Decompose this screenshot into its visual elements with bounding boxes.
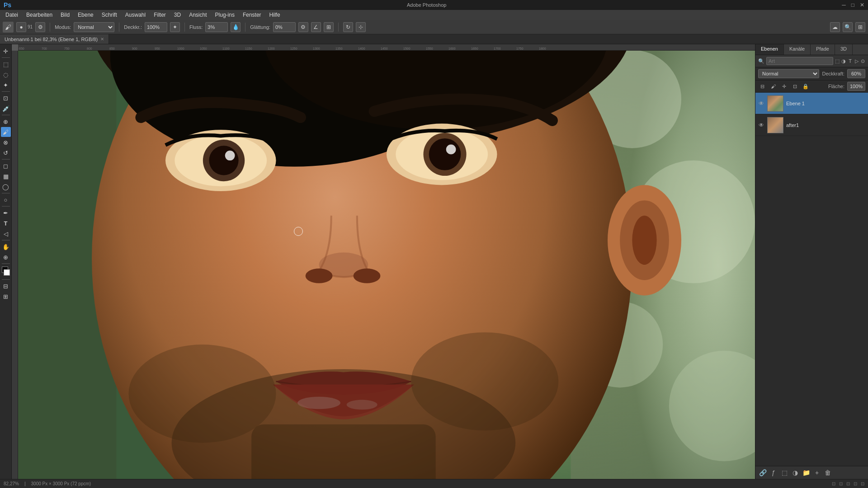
brush-size-value: 91: [28, 24, 33, 29]
menu-3d[interactable]: 3D: [170, 11, 184, 19]
airbrush-icon[interactable]: ✦: [170, 22, 180, 32]
filter-smart-btn[interactable]: ⊙: [861, 57, 865, 65]
glaettung-input[interactable]: [273, 22, 296, 32]
lock-move-btn[interactable]: ✛: [780, 82, 788, 90]
layer-item-after1[interactable]: 👁 after1: [755, 114, 868, 136]
glaettung-settings-btn[interactable]: ⚙: [298, 22, 308, 32]
filter-text-btn[interactable]: T: [848, 57, 852, 65]
eraser-btn[interactable]: ◻: [1, 161, 11, 171]
minimize-button[interactable]: ─: [842, 2, 846, 8]
title-bar-right[interactable]: ─ □ ✕: [842, 2, 864, 8]
modus-select[interactable]: Normal Auflösen Abdunkeln Multiplizieren: [74, 22, 114, 32]
eyedropper-btn[interactable]: 💉: [1, 103, 11, 113]
tab-3d[interactable]: 3D: [835, 44, 853, 55]
zoom-btn[interactable]: ⊕: [1, 252, 11, 262]
maximize-button[interactable]: □: [851, 2, 854, 8]
delete-layer-btn[interactable]: 🗑: [823, 468, 832, 477]
pressure-icon[interactable]: 💧: [231, 22, 241, 32]
rect-select-btn[interactable]: ⬚: [1, 59, 11, 69]
extra-btn[interactable]: ⊹: [356, 22, 366, 32]
filter-shape-btn[interactable]: ▷: [854, 57, 859, 65]
menu-auswahl[interactable]: Auswahl: [122, 11, 149, 19]
ruler-mark-1400: 1400: [357, 47, 380, 50]
menu-ebene[interactable]: Ebene: [74, 11, 97, 19]
magic-wand-btn[interactable]: ✦: [1, 80, 11, 90]
status-separator: |: [24, 481, 26, 486]
symmetry-btn[interactable]: ⊞: [324, 22, 334, 32]
ruler-mark-1100: 1100: [222, 47, 244, 50]
dodge-btn[interactable]: ○: [1, 195, 11, 205]
deckkraft-input[interactable]: [145, 22, 167, 32]
adjustment-layer-btn[interactable]: ◑: [791, 468, 800, 477]
close-button[interactable]: ✕: [860, 2, 864, 8]
hand-btn[interactable]: ✋: [1, 242, 11, 252]
blend-mode-select[interactable]: Normal Auflösen Abdunkeln: [758, 69, 819, 78]
menu-plugins[interactable]: Plug-ins: [212, 11, 238, 19]
quick-mask-btn[interactable]: ⊟: [1, 281, 11, 291]
status-icon1[interactable]: ⊡: [832, 481, 835, 486]
search-btn[interactable]: 🔍: [843, 22, 853, 32]
gradient-btn[interactable]: ▦: [1, 171, 11, 181]
menu-fenster[interactable]: Fenster: [239, 11, 265, 19]
canvas-content[interactable]: [18, 51, 755, 479]
brush-btn[interactable]: 🖌: [1, 127, 11, 137]
background-color[interactable]: [4, 269, 10, 276]
layers-toolbar: 🔍 ⬚ ◑ T ▷ ⊙: [755, 55, 868, 67]
new-layer-btn[interactable]: +: [812, 468, 821, 477]
group-layers-btn[interactable]: 📁: [802, 468, 811, 477]
status-icon4[interactable]: ⊡: [854, 481, 857, 486]
doc-tab-close-btn[interactable]: ✕: [100, 37, 104, 42]
lock-all-btn[interactable]: 🔒: [802, 82, 810, 90]
add-mask-btn[interactable]: ⬚: [780, 468, 789, 477]
ruler-mark-650: 650: [18, 47, 41, 50]
opacity-input[interactable]: [847, 69, 865, 78]
layer-eye-after1[interactable]: 👁: [758, 122, 764, 128]
lock-paint-btn[interactable]: 🖌: [769, 82, 777, 90]
cloud-btn[interactable]: ☁: [830, 22, 840, 32]
rotate-view-btn[interactable]: ↻: [343, 22, 353, 32]
history-brush-btn[interactable]: ↺: [1, 148, 11, 158]
menu-datei[interactable]: Datei: [2, 11, 22, 19]
crop-btn[interactable]: ⊡: [1, 93, 11, 103]
brush-angle-btn[interactable]: ∠: [311, 22, 321, 32]
move-tool-btn[interactable]: ✛: [1, 46, 11, 56]
spot-heal-btn[interactable]: ⊕: [1, 117, 11, 127]
fill-input[interactable]: [847, 82, 865, 91]
menu-bild[interactable]: Bild: [57, 11, 73, 19]
menu-bearbeiten[interactable]: Bearbeiten: [23, 11, 56, 19]
lock-artboard-btn[interactable]: ⊡: [791, 82, 799, 90]
add-style-btn[interactable]: ƒ: [769, 468, 778, 477]
blur-btn[interactable]: ◯: [1, 182, 11, 192]
menu-ansicht[interactable]: Ansicht: [185, 11, 210, 19]
brush-settings-btn[interactable]: ⚙: [35, 22, 45, 32]
brush-size-btn[interactable]: ●: [16, 22, 26, 32]
pen-btn[interactable]: ✒: [1, 208, 11, 218]
status-icon2[interactable]: ⊡: [839, 481, 843, 486]
screen-mode-btn[interactable]: ⊞: [1, 291, 11, 301]
layers-filter-input[interactable]: [766, 57, 833, 65]
layer-eye-ebene1[interactable]: 👁: [758, 100, 764, 107]
tab-kanaele[interactable]: Kanäle: [784, 44, 811, 55]
layer-item-ebene1[interactable]: 👁 Ebene 1: [755, 93, 868, 114]
tab-pfade[interactable]: Pfade: [811, 44, 835, 55]
menu-filter[interactable]: Filter: [150, 11, 170, 19]
shape-btn[interactable]: ◁: [1, 229, 11, 239]
status-icon5[interactable]: ⊡: [861, 481, 864, 486]
color-boxes[interactable]: [1, 267, 11, 277]
clone-btn[interactable]: ⊗: [1, 137, 11, 147]
doc-tab-active[interactable]: Unbenannt-1 bei 82,3% (Ebene 1, RGB/8) ✕: [0, 34, 109, 44]
filter-pixel-btn[interactable]: ⬚: [835, 57, 840, 65]
lock-transparent-btn[interactable]: ⊟: [758, 82, 766, 90]
fluss-input[interactable]: [205, 22, 228, 32]
canvas-area[interactable]: 650 700 750 800 850 900 950 1000 1050 11…: [12, 44, 755, 479]
layer-thumb-inner-ebene1: [768, 96, 783, 111]
link-layers-btn[interactable]: 🔗: [758, 468, 767, 477]
tab-ebenen[interactable]: Ebenen: [755, 44, 784, 55]
text-btn[interactable]: T: [1, 218, 11, 228]
menu-schrift[interactable]: Schrift: [98, 11, 121, 19]
status-icon3[interactable]: ⊡: [846, 481, 850, 486]
filter-adjust-btn[interactable]: ◑: [841, 57, 846, 65]
menu-hilfe[interactable]: Hilfe: [266, 11, 284, 19]
workspace-btn[interactable]: ⊞: [855, 22, 865, 32]
lasso-btn[interactable]: ◌: [1, 70, 11, 80]
